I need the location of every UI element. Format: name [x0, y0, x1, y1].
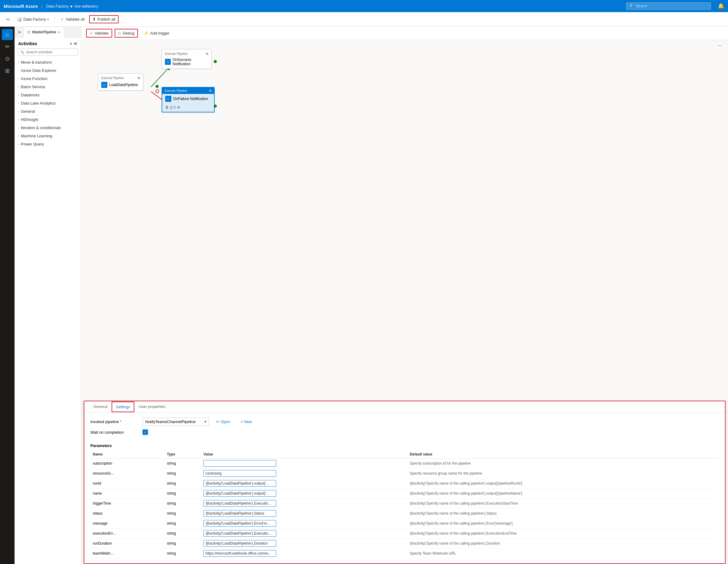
- tab-user-properties[interactable]: User properties: [134, 401, 170, 412]
- canvas-minimize-button[interactable]: —: [718, 43, 722, 48]
- param-name: status: [90, 509, 165, 519]
- param-value-input[interactable]: [203, 520, 276, 527]
- group-label: Azure Data Explorer: [21, 68, 56, 73]
- activity-group-batch-service[interactable]: ›Batch Service: [15, 83, 81, 91]
- param-name: triggerTime: [90, 498, 165, 509]
- group-label: Power Query: [21, 142, 44, 146]
- node3-add-icon[interactable]: ⊕: [177, 105, 180, 109]
- param-value-input[interactable]: [203, 550, 276, 557]
- masterpipeline-tab[interactable]: ⊡ MasterPipeline ✕: [23, 27, 64, 38]
- data-factory-label: Data Factory: [23, 17, 46, 22]
- validate-button[interactable]: ✓ Validate: [86, 29, 112, 38]
- activity-group-data-lake-analytics[interactable]: ›Data Lake Analytics: [15, 99, 81, 107]
- sidebar-home-icon[interactable]: ⌂: [2, 29, 13, 40]
- activities-collapse-icon[interactable]: ∨: [69, 42, 72, 46]
- col-name-header: Name: [90, 450, 165, 458]
- group-chevron-icon: ›: [18, 77, 19, 80]
- node3-code-icon[interactable]: {}: [170, 105, 173, 109]
- load-data-pipeline-node[interactable]: Execute Pipeline ⧉ 🔷 LoadDataPipeline: [98, 73, 143, 91]
- node1-external-icon[interactable]: ⧉: [138, 76, 140, 80]
- param-value-input[interactable]: [203, 480, 276, 487]
- sidebar-manage-icon[interactable]: ⊞: [2, 66, 13, 76]
- param-type: string: [165, 519, 201, 529]
- activities-collapse2-icon[interactable]: ≪: [73, 42, 77, 46]
- activity-group-machine-learning[interactable]: ›Machine Learning: [15, 132, 81, 140]
- data-factory-button[interactable]: 📊 Data Factory ▾: [14, 15, 52, 23]
- node2-header-label: Execute Pipeline: [165, 52, 188, 55]
- node3-icon: 🔷: [165, 96, 171, 102]
- invoked-pipeline-select[interactable]: NotifyTeamsChannelPipeline ▾: [143, 418, 209, 426]
- param-value-input[interactable]: [203, 510, 276, 517]
- close-tab-icon[interactable]: ✕: [58, 31, 60, 34]
- validate-label: Validate: [95, 31, 109, 35]
- publish-all-button[interactable]: ⬆ Publish all: [89, 15, 119, 23]
- group-label: HDInsight: [21, 117, 38, 122]
- search-input[interactable]: [636, 4, 708, 8]
- param-type: string: [165, 539, 201, 549]
- activity-group-azure-data-explorer[interactable]: ›Azure Data Explorer: [15, 66, 81, 75]
- param-value-input[interactable]: [203, 500, 276, 507]
- node1-icon: 🔷: [101, 82, 107, 88]
- activities-search-input[interactable]: [26, 50, 75, 54]
- group-chevron-icon: ›: [18, 110, 19, 113]
- activity-group-move-&-transform[interactable]: ›Move & transform: [15, 58, 81, 66]
- param-value-input[interactable]: [203, 470, 276, 477]
- activity-group-databricks[interactable]: ›Databricks: [15, 91, 81, 99]
- publish-all-label: Publish all: [97, 17, 115, 22]
- group-label: Batch Service: [21, 85, 45, 89]
- open-pipeline-button[interactable]: ✏ Open: [213, 418, 234, 426]
- param-value-input[interactable]: [203, 490, 276, 497]
- on-success-node[interactable]: Execute Pipeline ⧉ 🔷 OnSuccess Notificat…: [162, 49, 212, 69]
- param-name: runDuration: [90, 539, 165, 549]
- group-chevron-icon: ›: [18, 61, 19, 64]
- param-name: teamWebh...: [90, 549, 165, 559]
- pipeline-tab-label: MasterPipeline: [32, 30, 56, 34]
- add-trigger-button[interactable]: ⚡ Add trigger: [140, 29, 173, 37]
- activity-group-azure-function[interactable]: ›Azure Function: [15, 75, 81, 83]
- tab-general[interactable]: General: [89, 401, 112, 412]
- nav-separator: |: [42, 4, 42, 8]
- activity-group-power-query[interactable]: ›Power Query: [15, 140, 81, 148]
- param-default: @activity('Specify name of the calling p…: [407, 519, 719, 529]
- tab-settings[interactable]: Settings: [112, 401, 134, 412]
- param-name: message: [90, 519, 165, 529]
- notification-icon[interactable]: 🔔: [718, 3, 724, 9]
- col-default-header: Default value: [407, 450, 719, 458]
- sidebar-monitor-icon[interactable]: ⊙: [2, 53, 13, 64]
- param-value-input[interactable]: [203, 530, 276, 537]
- node3-delete-icon[interactable]: 🗑: [165, 105, 169, 109]
- param-value-input[interactable]: [203, 540, 276, 547]
- expand-tabs-icon[interactable]: ≫: [16, 30, 23, 34]
- add-trigger-label: Add trigger: [150, 31, 169, 35]
- activities-search-icon: 🔍: [20, 50, 25, 54]
- activity-group-hdinsight[interactable]: ›HDInsight: [15, 116, 81, 124]
- bottom-panel: General Settings User properties Invoked…: [84, 401, 726, 564]
- node3-header-label: Execute Pipeline: [165, 89, 187, 92]
- new-pipeline-button[interactable]: + New: [237, 418, 256, 426]
- breadcrumb-factory[interactable]: Data Factory: [46, 4, 69, 8]
- on-failure-node[interactable]: Execute Pipeline ⧉ 🔷 OnFailure Notificat…: [162, 87, 215, 113]
- wait-completion-checkbox[interactable]: ✓: [143, 429, 148, 435]
- node3-external-icon[interactable]: ⧉: [209, 89, 212, 93]
- param-name: name: [90, 488, 165, 498]
- validate-all-label: Validate all: [65, 17, 85, 22]
- group-chevron-icon: ›: [18, 118, 19, 121]
- node3-copy-icon[interactable]: ⎘: [174, 105, 176, 109]
- param-value-cell: [201, 488, 407, 498]
- param-value-cell: [201, 539, 407, 549]
- debug-button[interactable]: ▷ Debug: [115, 29, 138, 38]
- col-value-header: Value: [201, 450, 407, 458]
- param-value-input[interactable]: [203, 460, 276, 467]
- node1-name: LoadDataPipeline: [109, 83, 138, 87]
- sidebar-edit-icon[interactable]: ✏: [2, 41, 13, 52]
- debug-label: Debug: [123, 31, 134, 35]
- global-search[interactable]: 🔍: [626, 2, 711, 10]
- node2-external-icon[interactable]: ⧉: [206, 52, 208, 56]
- param-name: executionEn...: [90, 529, 165, 539]
- activities-search-box[interactable]: 🔍: [18, 49, 78, 56]
- activity-group-iteration-&-conditionals[interactable]: ›Iteration & conditionals: [15, 124, 81, 132]
- validate-all-button[interactable]: ✓ Validate all: [57, 15, 88, 23]
- activity-group-general[interactable]: ›General: [15, 107, 81, 116]
- collapse-sidebar-button[interactable]: ≪: [4, 16, 12, 23]
- bottom-tabs: General Settings User properties: [84, 401, 725, 413]
